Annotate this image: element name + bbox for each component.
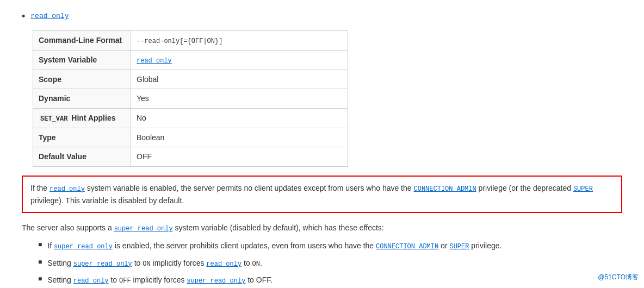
table-row: Command-Line Format --read-only[={OFF|ON… <box>33 30 348 50</box>
table-row: Default Value OFF <box>33 147 348 166</box>
section-intro: The server also supports a super_read_on… <box>22 222 622 234</box>
read-only-link[interactable]: read_only <box>30 11 69 22</box>
connection-admin-link[interactable]: CONNECTION_ADMIN <box>413 185 476 193</box>
table-cell-value: Boolean <box>131 128 348 147</box>
highlight-text-3: privilege (or the deprecated <box>476 184 573 192</box>
table-cell-value: Yes <box>131 89 348 108</box>
sub-bullet-marker-3: ■ <box>38 274 42 284</box>
highlight-text-2: system variable is enabled, the server p… <box>85 184 414 192</box>
table-cell-key: Default Value <box>33 147 131 166</box>
highlight-box: If the read_only system variable is enab… <box>22 176 622 214</box>
table-cell-key: Dynamic <box>33 89 131 108</box>
super-link-2[interactable]: SUPER <box>449 243 469 251</box>
table-cell-value: --read-only[={OFF|ON}] <box>131 30 348 50</box>
read-only-link-2[interactable]: read_only <box>206 260 242 268</box>
sub-bullet-marker-2: ■ <box>38 257 42 267</box>
super-read-only-link-1[interactable]: super_read_only <box>54 243 113 251</box>
table-cell-value: Global <box>131 70 348 89</box>
on-code-1: ON <box>143 260 150 268</box>
off-code-1: OFF <box>119 277 131 285</box>
table-cell-value: read_only <box>131 50 348 70</box>
read-only-inline-link[interactable]: read_only <box>49 185 85 193</box>
super-read-only-link-3[interactable]: super_read_only <box>187 277 245 285</box>
properties-table: Command-Line Format --read-only[={OFF|ON… <box>33 30 348 167</box>
highlight-text-4: privilege). This variable is disabled by… <box>30 196 184 205</box>
super-read-only-link-2[interactable]: super_read_only <box>73 260 132 268</box>
table-row: System Variable read_only <box>33 50 348 70</box>
system-variable-link[interactable]: read_only <box>137 57 172 65</box>
on-code-2: ON <box>252 260 260 268</box>
connection-admin-link-2[interactable]: CONNECTION_ADMIN <box>376 243 438 251</box>
super-read-only-intro-link[interactable]: super_read_only <box>114 225 173 233</box>
sub-bullet-text-2: Setting super_read_only to ON implicitly… <box>47 257 262 270</box>
section-intro-text: The server also supports a <box>22 223 114 232</box>
sub-bullet-1: ■ If super_read_only is enabled, the ser… <box>38 240 622 252</box>
sub-bullet-3: ■ Setting read_only to OFF implicitly fo… <box>38 274 622 286</box>
section-intro-end: system variable (disabled by default), w… <box>173 223 384 232</box>
command-line-value: --read-only[={OFF|ON}] <box>137 37 222 45</box>
table-cell-key: Type <box>33 128 131 147</box>
set-var-code: SET_VAR <box>39 115 69 123</box>
highlight-text-1: If the <box>30 184 49 192</box>
super-link-1[interactable]: SUPER <box>573 185 593 193</box>
table-cell-value: OFF <box>131 147 348 166</box>
table-row: Dynamic Yes <box>33 89 348 108</box>
table-row: SET_VAR Hint Applies No <box>33 108 348 128</box>
top-bullet-item: • read_only <box>22 11 622 23</box>
sub-bullet-text-1: If super_read_only is enabled, the serve… <box>47 240 501 252</box>
watermark: @51CTO博客 <box>598 272 639 283</box>
table-cell-key: SET_VAR Hint Applies <box>33 108 131 128</box>
sub-bullet-text-3: Setting read_only to OFF implicitly forc… <box>47 274 273 286</box>
read-only-link-3[interactable]: read_only <box>73 277 109 285</box>
table-row: Scope Global <box>33 70 348 89</box>
table-row: Type Boolean <box>33 128 348 147</box>
table-cell-key: System Variable <box>33 50 131 70</box>
table-cell-key: Command-Line Format <box>33 30 131 50</box>
table-cell-value: No <box>131 108 348 128</box>
sub-bullet-marker-1: ■ <box>38 240 42 250</box>
sub-bullet-2: ■ Setting super_read_only to ON implicit… <box>38 257 622 270</box>
bullet-dot: • <box>22 11 25 23</box>
table-cell-key: Scope <box>33 70 131 89</box>
